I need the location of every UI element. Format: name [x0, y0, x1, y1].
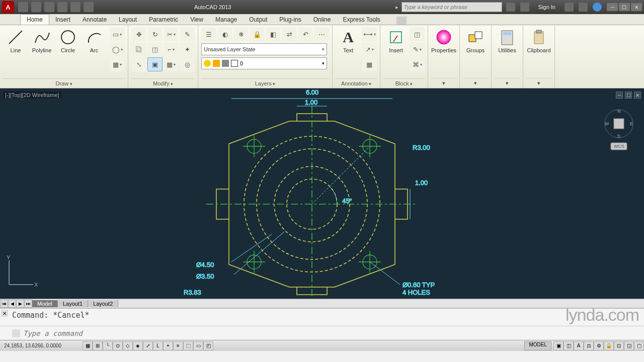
user-icon[interactable] [520, 3, 529, 12]
layer-iso-button[interactable]: ◧ [266, 27, 281, 41]
tab-options-icon[interactable] [396, 17, 407, 25]
tab-layout1[interactable]: Layout1 [58, 300, 88, 307]
properties-button[interactable]: Properties [431, 27, 456, 54]
layer-lock-button[interactable]: 🔒 [250, 27, 265, 41]
lwt-toggle[interactable]: ≡ [173, 341, 183, 350]
qat-undo-icon[interactable] [57, 2, 67, 12]
rotate-button[interactable]: ↻ [147, 27, 163, 41]
ducs-toggle[interactable]: L [153, 341, 163, 350]
search-icon[interactable] [506, 3, 515, 12]
ellipse-button[interactable]: ◯ [110, 42, 125, 56]
text-button[interactable]: AText [336, 27, 361, 71]
space-toggle[interactable]: MODEL [524, 341, 551, 350]
search-input[interactable] [401, 2, 502, 12]
insert-button[interactable]: Insert [383, 27, 409, 71]
tab-manage[interactable]: Manage [209, 15, 243, 25]
leader-button[interactable]: ↗ [362, 42, 377, 56]
erase-button[interactable]: ✎ [180, 27, 195, 41]
layer-current-dropdown[interactable]: 0 ▾ [201, 57, 327, 69]
create-block-button[interactable]: ◫ [410, 27, 425, 41]
tab-next-icon[interactable]: ▶ [16, 300, 24, 308]
panel-annotation-title[interactable]: Annotation [341, 80, 371, 86]
panel-groups-title[interactable]: ▾ [474, 80, 477, 86]
minimize-button[interactable]: ─ [607, 3, 618, 11]
status-iso-icon[interactable]: ◲ [624, 341, 634, 350]
copy-button[interactable]: ⿻ [131, 42, 146, 56]
offset-button[interactable]: ◎ [180, 57, 195, 71]
cmd-close-icon[interactable]: ✕ [1, 310, 8, 317]
panel-modify-title[interactable]: Modify [153, 80, 173, 86]
table-button[interactable]: ▦ [362, 57, 377, 71]
tab-parametric[interactable]: Parametric [143, 15, 184, 25]
sc-toggle[interactable]: ◰ [203, 341, 213, 350]
status-clean-icon[interactable]: ▢ [634, 341, 644, 350]
coordinates[interactable]: 24.1853, 13.6266, 0.0000 [0, 343, 80, 348]
app-logo[interactable]: A [2, 1, 14, 13]
tab-first-icon[interactable]: ⏮ [0, 300, 8, 308]
tab-last-icon[interactable]: ⏭ [24, 300, 32, 308]
panel-utilities-title[interactable]: ▾ [506, 80, 509, 86]
qat-redo-icon[interactable] [70, 2, 80, 12]
scale-button[interactable]: ▣ [147, 57, 163, 71]
trim-button[interactable]: ✂ [164, 27, 179, 41]
panel-block-title[interactable]: Block [395, 80, 413, 86]
qat-print-icon[interactable] [84, 2, 94, 12]
tab-insert[interactable]: Insert [49, 15, 76, 25]
grid-toggle[interactable]: ⊞ [93, 341, 103, 350]
layer-prop-button[interactable]: ☰ [201, 27, 216, 41]
status-lock-icon[interactable]: 🔒 [604, 341, 614, 350]
utilities-button[interactable]: Utilities [495, 27, 520, 54]
tab-online[interactable]: Online [307, 15, 337, 25]
layer-more-button[interactable]: ⋯ [314, 27, 329, 41]
maximize-button[interactable]: ☐ [619, 3, 630, 11]
hatch-button[interactable]: ▦ [110, 57, 125, 71]
explode-button[interactable]: ✦ [180, 42, 195, 56]
status-hw-icon[interactable]: ⊡ [614, 341, 624, 350]
dyn-toggle[interactable]: + [163, 341, 173, 350]
layer-freeze-button[interactable]: ❄ [233, 27, 249, 41]
qat-new-icon[interactable] [18, 2, 28, 12]
arc-button[interactable]: Arc [82, 27, 107, 71]
dim-linear-button[interactable]: ⟷ [362, 27, 377, 41]
tpy-toggle[interactable]: ⬚ [183, 341, 193, 350]
exchange-icon[interactable] [565, 3, 574, 12]
close-button[interactable]: ✕ [631, 3, 642, 11]
tab-layout2[interactable]: Layout2 [88, 300, 118, 307]
status-layout-icon[interactable]: ▣ [553, 341, 564, 350]
tab-annotate[interactable]: Annotate [76, 15, 113, 25]
rectangle-button[interactable]: ▭ [110, 27, 125, 41]
panel-properties-title[interactable]: ▾ [442, 80, 445, 86]
groups-button[interactable]: Groups [463, 27, 488, 54]
mirror-button[interactable]: ◫ [147, 42, 163, 56]
clipboard-button[interactable]: Clipboard [526, 27, 551, 54]
status-annovis-icon[interactable]: ⚖ [584, 341, 594, 350]
tab-model[interactable]: Model [32, 300, 58, 307]
3dosnap-toggle[interactable]: ◈ [133, 341, 143, 350]
signin-link[interactable]: Sign In [538, 4, 555, 10]
tab-output[interactable]: Output [243, 15, 273, 25]
circle-button[interactable]: Circle [55, 27, 80, 71]
tab-plugins[interactable]: Plug-ins [273, 15, 307, 25]
panel-clipboard-title[interactable]: ▾ [537, 80, 540, 86]
qat-open-icon[interactable] [31, 2, 41, 12]
edit-block-button[interactable]: ✎ [410, 42, 425, 56]
osnap-toggle[interactable]: ◇ [123, 341, 133, 350]
polar-toggle[interactable]: ⊙ [113, 341, 123, 350]
tab-express[interactable]: Express Tools [337, 15, 386, 25]
polyline-button[interactable]: Polyline [29, 27, 54, 71]
tab-layout[interactable]: Layout [113, 15, 143, 25]
help-icon[interactable] [593, 3, 602, 12]
panel-draw-title[interactable]: Draw [55, 80, 72, 86]
snap-toggle[interactable]: ▦ [83, 341, 93, 350]
layer-prev-button[interactable]: ↶ [298, 27, 313, 41]
status-annoscale-icon[interactable]: A [574, 341, 584, 350]
stretch-button[interactable]: ⤡ [131, 57, 146, 71]
drawing-area[interactable]: [-][Top][2D Wireframe] ─ ☐ ✕ [0, 88, 644, 299]
ortho-toggle[interactable]: └ [103, 341, 113, 350]
qat-save-icon[interactable] [44, 2, 54, 12]
move-button[interactable]: ✥ [131, 27, 146, 41]
line-button[interactable]: Line [3, 27, 28, 71]
layer-match-button[interactable]: ⇄ [282, 27, 297, 41]
otrack-toggle[interactable]: ⤢ [143, 341, 153, 350]
qp-toggle[interactable]: ▭ [193, 341, 203, 350]
